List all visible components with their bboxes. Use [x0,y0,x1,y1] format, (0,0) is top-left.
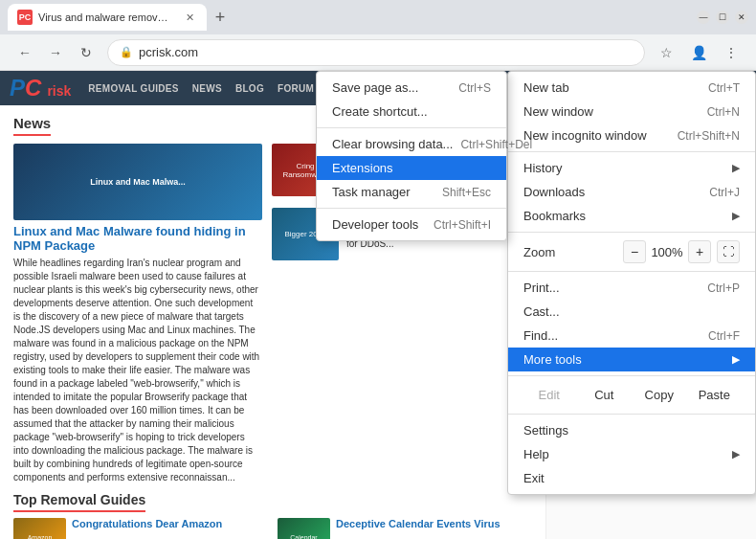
edit-label: Edit [523,385,575,405]
news-headline-1[interactable]: Linux and Mac Malware found hiding in NP… [13,224,262,253]
submenu-developer-tools[interactable]: Developer tools Ctrl+Shift+I [317,213,506,236]
removal-item-1[interactable]: Amazon Congratulations Dear Amazon [13,518,268,539]
copy-button[interactable]: Copy [634,385,685,405]
new-tab-button[interactable]: + [207,4,233,31]
removal-thumb-2: Calendar [278,518,330,539]
menu-new-incognito[interactable]: New incognito window Ctrl+Shift+N [508,124,755,147]
news-item-1[interactable]: Linux and Mac Malwa... Linux and Mac Mal… [13,144,262,484]
account-icon[interactable]: 👤 [685,39,712,66]
url-bar[interactable]: 🔒 pcrisk.com [107,39,645,66]
fullscreen-button[interactable]: ⛶ [717,240,740,263]
reload-button[interactable]: ↻ [73,39,100,66]
url-text: pcrisk.com [139,45,633,59]
logo-risk: risk [47,83,71,99]
zoom-out-button[interactable]: − [623,240,646,263]
menu-divider-4 [508,375,755,376]
menu-history[interactable]: History ▶ [508,156,755,180]
removal-grid: Amazon Congratulations Dear Amazon Calen… [13,518,532,539]
menu-find[interactable]: Find... Ctrl+F [508,324,755,348]
menu-new-window[interactable]: New window Ctrl+N [508,100,755,124]
nav-removal-guides[interactable]: REMOVAL GUIDES [82,83,184,94]
menu-exit[interactable]: Exit [508,466,755,490]
back-button[interactable]: ← [11,39,38,66]
zoom-value: 100% [650,245,684,259]
zoom-in-button[interactable]: + [688,240,711,263]
removal-section-title: Top Removal Guides [13,492,145,512]
zoom-control: Zoom − 100% + ⛶ [508,236,755,267]
nav-news[interactable]: NEWS [187,83,228,94]
menu-help[interactable]: Help ▶ [508,442,755,466]
site-logo[interactable]: PC risk [10,75,71,101]
submenu-divider-2 [317,208,506,209]
submenu-divider-1 [317,127,506,128]
menu-divider-3 [508,271,755,272]
forward-button[interactable]: → [42,39,69,66]
news-thumb-1: Linux and Mac Malwa... [13,144,262,220]
window-controls: — ☐ ✕ [697,11,748,24]
tab-favicon: PC [17,10,33,25]
news-body-1: While headlines regarding Iran's nuclear… [13,257,262,484]
menu-bookmarks[interactable]: Bookmarks ▶ [508,204,755,228]
menu-divider-1 [508,151,755,152]
addressbar: ← → ↻ 🔒 pcrisk.com ☆ 👤 ⋮ [0,34,756,71]
submenu-extensions[interactable]: Extensions [317,156,506,180]
titlebar: PC Virus and malware removal instr... ✕ … [0,0,756,34]
menu-divider-5 [508,414,755,415]
removal-section: Top Removal Guides Amazon Congratulation… [13,492,532,539]
news-section-title: News [13,115,51,136]
tab-close-button[interactable]: ✕ [182,10,197,25]
menu-cast[interactable]: Cast... [508,300,755,324]
menu-new-tab[interactable]: New tab Ctrl+T [508,76,755,100]
menu-downloads[interactable]: Downloads Ctrl+J [508,180,755,204]
toolbar-icons: ☆ 👤 ⋮ [653,39,745,66]
lock-icon: 🔒 [120,46,133,58]
maximize-button[interactable]: ☐ [716,11,729,24]
nav-forum[interactable]: FORUM [272,83,320,94]
submenu-save-page[interactable]: Save page as... Ctrl+S [317,76,506,100]
minimize-button[interactable]: — [697,11,710,24]
close-button[interactable]: ✕ [735,11,748,24]
menu-divider-2 [508,232,755,233]
paste-button[interactable]: Paste [689,385,741,405]
edit-row: Edit Cut Copy Paste [508,380,755,410]
removal-thumb-1: Amazon [13,518,66,539]
nav-buttons: ← → ↻ [11,39,100,66]
more-tools-submenu: Save page as... Ctrl+S Create shortcut..… [316,71,507,241]
menu-print[interactable]: Print... Ctrl+P [508,276,755,300]
removal-headline-1[interactable]: Congratulations Dear Amazon [72,518,222,539]
chrome-menu-icon[interactable]: ⋮ [718,39,745,66]
context-menu: New tab Ctrl+T New window Ctrl+N New inc… [507,71,756,495]
cut-button[interactable]: Cut [579,385,631,405]
logo-pc: PC [10,80,46,100]
browser-tab[interactable]: PC Virus and malware removal instr... ✕ [8,4,207,31]
submenu-create-shortcut[interactable]: Create shortcut... [317,100,506,124]
submenu-clear-browsing[interactable]: Clear browsing data... Ctrl+Shift+Del [317,132,506,156]
menu-more-tools[interactable]: More tools ▶ [508,348,755,371]
removal-headline-2[interactable]: Deceptive Calendar Events Virus [336,518,500,539]
menu-settings[interactable]: Settings [508,418,755,442]
removal-item-2[interactable]: Calendar Deceptive Calendar Events Virus [278,518,532,539]
submenu-task-manager[interactable]: Task manager Shift+Esc [317,180,506,204]
nav-blog[interactable]: BLOG [230,83,270,94]
bookmark-star-icon[interactable]: ☆ [653,39,679,66]
tab-title: Virus and malware removal instr... [38,11,172,23]
